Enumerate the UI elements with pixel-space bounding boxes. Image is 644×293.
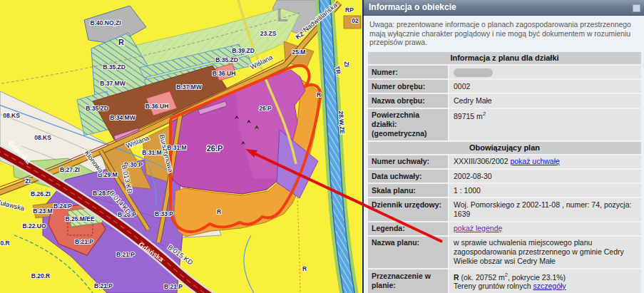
zone-label: 26.P xyxy=(259,105,272,112)
zone-label: B.23.M xyxy=(33,207,52,215)
zone-label: ZI xyxy=(343,61,350,67)
zone-label: B.36.UH xyxy=(145,103,169,110)
row-label: Numer uchwały: xyxy=(368,155,448,168)
zone-label: RP xyxy=(345,6,354,14)
zone-label: B.26.ZI xyxy=(31,190,51,197)
row-label: Numer obrębu: xyxy=(368,80,448,93)
zone-label: B.21.P xyxy=(116,251,135,258)
zone-label: B.37.MW xyxy=(100,80,126,87)
zone-label: B.21.P xyxy=(164,283,183,290)
zone-label: 08.KS xyxy=(3,112,20,119)
zone-label: B.36.UH xyxy=(213,70,236,77)
zone-label: 26.P xyxy=(207,144,223,153)
row-value xyxy=(449,66,641,78)
zone-label: B.22.UO xyxy=(22,222,46,230)
zone-label: 23.ZS xyxy=(260,30,277,37)
redacted-parcel-number xyxy=(454,68,493,77)
row-label: Data uchwały: xyxy=(368,170,448,183)
table-row: Dziennik urzędowy: Woj. Pomorskiego z 20… xyxy=(368,198,641,220)
table-row: Numer uchwały: XXXIII/306/2002 pokaż uch… xyxy=(368,155,641,168)
table-row: Skala planu: 1 : 1000 xyxy=(368,184,641,197)
disclaimer-text: Uwaga: prezentowane informacje o planach… xyxy=(369,21,637,48)
row-label: Nazwa planu: xyxy=(368,237,448,268)
zone-label: B.34.MW xyxy=(110,114,136,121)
zone-label: B.21.P xyxy=(94,282,113,289)
table-row: Numer: xyxy=(368,66,641,78)
zone-label: B.35.ZD xyxy=(215,56,238,63)
info-panel: Informacja o obiekcie Uwaga: prezentowan… xyxy=(362,0,644,293)
zone-label: 25.M xyxy=(292,48,306,56)
zone-label: R xyxy=(302,265,307,272)
info-table: Informacja z planu dla działki Numer: Nu… xyxy=(368,52,641,293)
details-link[interactable]: szczegóły xyxy=(533,282,566,290)
zone-label: B.20.R xyxy=(31,272,50,279)
section-header-plan: Obowiązujący plan xyxy=(368,142,641,154)
row-value: 89715 m2 xyxy=(449,109,641,140)
panel-window-icon[interactable] xyxy=(633,4,640,12)
row-label: Numer: xyxy=(368,66,448,78)
row-value: 2002-08-30 xyxy=(449,170,641,183)
zone-label: B.35.ZD xyxy=(86,105,108,112)
table-row: Nazwa planu: w sprawie uchwalenia miejsc… xyxy=(368,237,641,268)
show-resolution-link[interactable]: pokaż uchwałę xyxy=(510,157,559,165)
zone-label: 02 xyxy=(352,17,359,24)
panel-titlebar: Informacja o obiekcie xyxy=(364,0,644,16)
table-row: Numer obrębu: 0002 xyxy=(368,80,641,93)
zone-label: B.35.ZD xyxy=(103,63,126,71)
zone-label: R xyxy=(217,208,221,215)
row-value: XXXIII/306/2002 pokaż uchwałę xyxy=(449,155,641,168)
zoning-entry: R (ok. 20752 m2, pokrycie 23.1%) Tereny … xyxy=(454,272,637,292)
table-row: Nazwa obrębu: Cedry Małe xyxy=(368,94,641,107)
row-label: Powierzchnia działki: (geometryczna) xyxy=(368,109,448,140)
zone-label: 0.R xyxy=(0,240,9,247)
table-row: Przeznaczenie w planie: R (ok. 20752 m2,… xyxy=(368,269,641,293)
zone-label: B.40.NO,ZI xyxy=(91,19,121,26)
zone-label: ZI xyxy=(25,178,31,185)
section-header-plot: Informacja z planu dla działki xyxy=(368,52,641,64)
row-value: w sprawie uchwalenia miejscowego planu z… xyxy=(449,237,641,268)
zone-label: B.39.ZD xyxy=(232,47,255,54)
zone-label: B.37.MW xyxy=(176,83,202,91)
show-legend-link[interactable]: pokaż legendę xyxy=(454,224,502,232)
zone-label: B.25.M/EE xyxy=(65,215,94,222)
row-label: Legenda: xyxy=(368,222,448,235)
row-value: Woj. Pomorskiego z 2002-11-08 , numer: 7… xyxy=(449,198,641,220)
zone-label: 08.KS xyxy=(34,134,51,141)
panel-title: Informacja o obiekcie xyxy=(369,2,456,12)
zone-label: R xyxy=(317,91,321,98)
row-value: pokaż legendę xyxy=(449,222,641,235)
table-row: Data uchwały: 2002-08-30 xyxy=(368,170,641,183)
zone-label: L xyxy=(277,4,288,26)
row-label: Przeznaczenie w planie: xyxy=(368,269,448,293)
table-row: Legenda: pokaż legendę xyxy=(368,222,641,235)
row-value: 0002 xyxy=(449,80,641,93)
zone-label: B.21.P xyxy=(75,238,93,245)
zone-label: B.33.P xyxy=(155,210,173,217)
row-label: Dziennik urzędowy: xyxy=(368,198,448,220)
row-value: R (ok. 20752 m2, pokrycie 23.1%) Tereny … xyxy=(449,269,641,293)
table-row: Powierzchnia działki: (geometryczna) 897… xyxy=(368,109,641,140)
map[interactable]: RRRRB.40.NO,ZI23.ZSB.39.ZDB.35.ZDB.35.ZD… xyxy=(0,0,364,293)
zone-label: R xyxy=(118,38,124,46)
row-label: Skala planu: xyxy=(368,184,448,197)
row-label: Nazwa obrębu: xyxy=(368,94,448,107)
zone-label: B.31.M xyxy=(142,149,161,156)
zone-label: B.27.ZI xyxy=(60,166,80,173)
zone-label: B.24.P xyxy=(53,202,72,210)
row-value: Cedry Małe xyxy=(449,94,641,107)
row-value: 1 : 1000 xyxy=(449,184,641,197)
